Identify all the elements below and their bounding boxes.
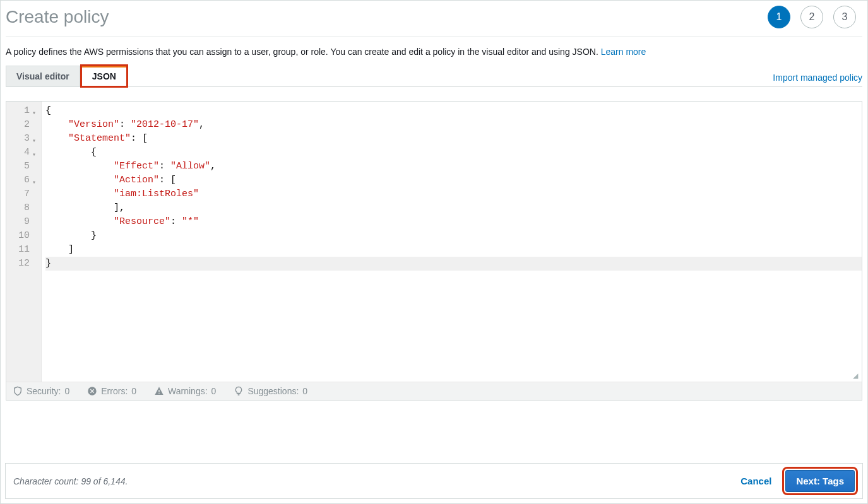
intro-body: A policy defines the AWS permissions tha… xyxy=(6,47,601,57)
status-suggestions-label: Suggestions: xyxy=(247,386,299,396)
lightbulb-icon xyxy=(234,386,244,396)
import-managed-policy-link[interactable]: Import managed policy xyxy=(773,69,862,86)
status-warnings-label: Warnings: xyxy=(168,386,208,396)
warning-icon xyxy=(154,386,164,396)
status-errors-label: Errors: xyxy=(101,386,128,396)
wizard-step-3[interactable]: 3 xyxy=(833,6,856,28)
status-suggestions-count: 0 xyxy=(302,386,307,396)
status-security[interactable]: Security: 0 xyxy=(13,386,69,396)
tab-visual-editor[interactable]: Visual editor xyxy=(6,66,80,86)
page-title: Create policy xyxy=(6,7,109,27)
next-tags-button[interactable]: Next: Tags xyxy=(785,470,855,492)
svg-rect-1 xyxy=(158,390,159,392)
shield-icon xyxy=(13,386,23,396)
status-security-label: Security: xyxy=(27,386,61,396)
editor-code[interactable]: { "Version": "2012-10-17", "Statement": … xyxy=(42,102,862,382)
status-security-count: 0 xyxy=(64,386,69,396)
svg-rect-2 xyxy=(158,393,159,394)
status-errors-count: 0 xyxy=(131,386,136,396)
editor-status-bar: Security: 0 Errors: 0 Warnings: 0 Sugges… xyxy=(6,382,862,400)
learn-more-link[interactable]: Learn more xyxy=(601,47,646,57)
tabs-row: Visual editorJSON Import managed policy xyxy=(6,66,862,87)
wizard-step-1[interactable]: 1 xyxy=(768,6,790,28)
footer-actions: Cancel Next: Tags xyxy=(734,470,855,492)
status-suggestions[interactable]: Suggestions: 0 xyxy=(234,386,307,396)
status-errors[interactable]: Errors: 0 xyxy=(87,386,136,396)
wizard-steps: 123 xyxy=(768,6,856,28)
footer-bar: Character count: 99 of 6,144. Cancel Nex… xyxy=(5,463,863,499)
resize-handle-icon[interactable]: ◢ xyxy=(853,373,860,380)
tabs: Visual editorJSON xyxy=(6,66,128,86)
status-warnings-count: 0 xyxy=(211,386,217,396)
editor-gutter: 1▾23▾4▾56▾789101112 xyxy=(6,102,42,382)
cancel-button[interactable]: Cancel xyxy=(734,472,778,490)
page-header: Create policy 123 xyxy=(6,6,862,37)
character-count: Character count: 99 of 6,144. xyxy=(13,476,128,486)
intro-text: A policy defines the AWS permissions tha… xyxy=(6,47,862,57)
wizard-step-2[interactable]: 2 xyxy=(800,6,823,28)
tab-json[interactable]: JSON xyxy=(81,66,127,86)
error-icon xyxy=(87,386,97,396)
status-warnings[interactable]: Warnings: 0 xyxy=(154,386,216,396)
json-editor[interactable]: 1▾23▾4▾56▾789101112 { "Version": "2012-1… xyxy=(6,101,862,401)
